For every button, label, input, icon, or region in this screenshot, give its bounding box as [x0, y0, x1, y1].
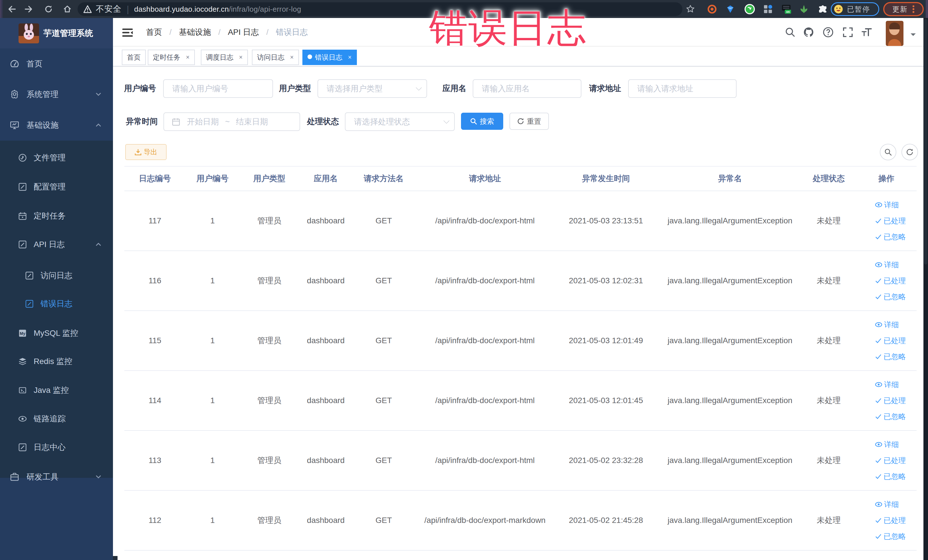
svg-text:My: My — [20, 331, 25, 336]
svg-text:on: on — [786, 10, 790, 13]
